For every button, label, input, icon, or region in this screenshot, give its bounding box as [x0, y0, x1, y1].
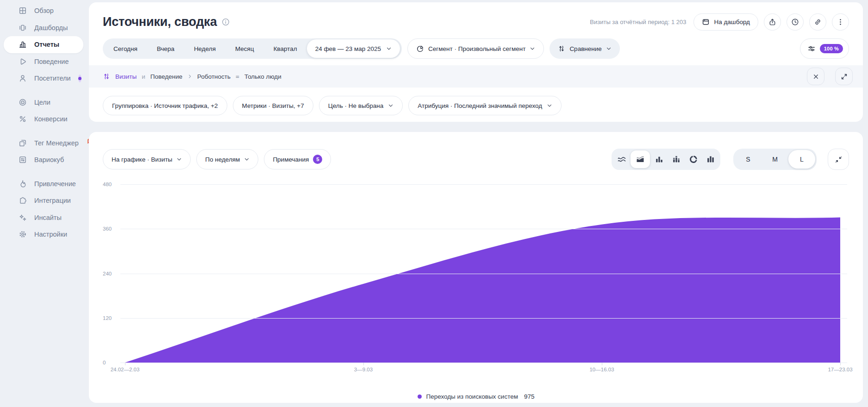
history-button[interactable] — [787, 13, 804, 31]
sidebar-item-label: Обзор — [34, 7, 54, 14]
size-m-button[interactable]: M — [762, 150, 788, 169]
sidebar-item-label: Интеграции — [34, 197, 71, 204]
sidebar-item-settings[interactable]: Настройки — [4, 226, 83, 243]
period-filter-row: Сегодня Вчера Неделя Месяц Квартал 24 фе… — [103, 38, 849, 59]
dashboard-widget-icon — [702, 18, 710, 26]
reports-icon — [19, 40, 27, 49]
chart-type-bars-button[interactable] — [651, 150, 667, 168]
sidebar-item-label: Привлечение — [34, 180, 76, 188]
tab-week[interactable]: Неделя — [184, 38, 225, 59]
granularity-selector[interactable]: По неделям — [196, 149, 258, 169]
puzzle-icon — [19, 196, 27, 205]
x-axis-tick — [363, 363, 364, 365]
sidebar-item-behavior[interactable]: Поведение — [4, 53, 83, 70]
chart-type-stacked-button[interactable] — [668, 150, 684, 168]
compare-button[interactable]: Сравнение — [550, 38, 619, 59]
x-axis-label: 17—23.03 — [828, 367, 852, 372]
to-dashboard-button[interactable]: На дашборд — [693, 13, 758, 31]
sidebar-item-label: Настройки — [34, 231, 67, 238]
chart-plot: 012024036048024.02—2.033—9.0310—16.0317—… — [103, 184, 847, 363]
goal-selector[interactable]: Цель · Не выбрана — [319, 96, 403, 115]
sidebar-item-conversions[interactable]: Конверсии — [4, 111, 83, 128]
sidebar-item-goals[interactable]: Цели — [4, 94, 83, 111]
dashboards-icon — [19, 24, 27, 32]
date-range-picker[interactable]: 24 фев — 23 мар 2025 — [307, 39, 400, 58]
sidebar-group-divider — [0, 169, 89, 175]
page-title: Источники, сводка — [103, 15, 217, 29]
sidebar-item-insights[interactable]: Инсайты — [4, 209, 83, 226]
gridline — [120, 318, 847, 319]
expand-segment-button[interactable] — [835, 68, 853, 85]
sidebar-item-visitors[interactable]: Посетители — [4, 70, 83, 87]
grouping-button[interactable]: Группировка · Источник трафика, +2 — [103, 96, 227, 115]
info-icon[interactable] — [222, 18, 230, 26]
sidebar-item-label: Инсайты — [34, 214, 62, 221]
period-tabs: Сегодня Вчера Неделя Месяц Квартал 24 фе… — [103, 38, 402, 59]
app-root: Обзор Дашборды Отчеты Поведение Посетите… — [0, 0, 868, 407]
sidebar-item-label: Тег Менеджер — [34, 139, 79, 147]
tag-manager-icon — [19, 139, 27, 147]
to-dashboard-label: На дашборд — [714, 19, 750, 25]
grouping-label: Группировка · Источник трафика, +2 — [112, 102, 218, 109]
copy-link-button[interactable] — [809, 13, 826, 31]
sidebar-item-variocube[interactable]: Вариокуб — [4, 151, 83, 169]
segment-label: Сегмент · Произвольный сегмент — [428, 45, 525, 52]
size-l-button[interactable]: L — [788, 150, 815, 169]
segment-chain-metric[interactable]: Визиты — [115, 73, 137, 80]
segment-chain-group[interactable]: Поведение — [150, 73, 182, 80]
tab-month[interactable]: Месяц — [225, 38, 264, 59]
clear-segment-button[interactable] — [807, 68, 824, 85]
y-axis-label: 360 — [103, 226, 112, 232]
notes-count-badge: 5 — [313, 155, 322, 164]
metrics-button[interactable]: Метрики · Визиты, +7 — [233, 96, 313, 115]
sidebar-item-label: Дашборды — [34, 24, 68, 31]
notes-button[interactable]: Примечания 5 — [264, 149, 331, 169]
metrics-label: Метрики · Визиты, +7 — [242, 102, 304, 109]
flame-icon — [19, 180, 27, 188]
segment-metric-icon — [103, 73, 110, 80]
sidebar-item-label: Поведение — [34, 58, 69, 65]
sidebar-item-integrations[interactable]: Интеграции — [4, 192, 83, 209]
legend-value: 975 — [524, 393, 535, 400]
chart-controls-row: На графике · Визиты По неделям Примечани… — [103, 149, 849, 170]
tab-quarter[interactable]: Квартал — [264, 38, 307, 59]
share-button[interactable] — [764, 13, 781, 31]
size-s-button[interactable]: S — [735, 150, 762, 169]
chart-legend[interactable]: Переходы из поисковых систем 975 — [89, 393, 863, 400]
sidebar-item-tag-manager[interactable]: Тег Менеджер β — [4, 135, 83, 152]
sidebar-item-dashboards[interactable]: Дашборды — [4, 19, 83, 37]
chart-type-pie-button[interactable] — [685, 150, 701, 168]
more-actions-button[interactable] — [832, 13, 849, 31]
sidebar-item-label: Конверсии — [34, 115, 68, 123]
chart-type-lines-button[interactable] — [613, 150, 630, 168]
report-settings-row: Группировка · Источник трафика, +2 Метри… — [103, 96, 849, 115]
sidebar-item-overview[interactable]: Обзор — [4, 2, 83, 19]
grid-icon — [19, 6, 27, 15]
chart-type-area-button[interactable] — [631, 150, 650, 168]
sidebar-item-reports[interactable]: Отчеты — [4, 36, 83, 53]
on-chart-metric-selector[interactable]: На графике · Визиты — [103, 149, 191, 169]
compare-label: Сравнение — [569, 45, 601, 52]
collapse-chart-button[interactable] — [828, 149, 849, 170]
report-header-card: Источники, сводка Визиты за отчётный пер… — [89, 2, 863, 122]
sidebar-item-acquisition[interactable]: Привлечение — [4, 175, 83, 193]
attribution-label: Атрибуция · Последний значимый переход — [418, 102, 542, 109]
segment-chain-attribute[interactable]: Роботность — [197, 73, 231, 80]
tab-yesterday[interactable]: Вчера — [147, 38, 184, 59]
tab-today[interactable]: Сегодня — [104, 38, 147, 59]
segment-chain-conjunction: и — [142, 73, 145, 80]
notes-label: Примечания — [273, 156, 309, 163]
attribution-selector[interactable]: Атрибуция · Последний значимый переход — [408, 96, 562, 115]
sparkles-icon — [19, 213, 27, 222]
chevron-down-icon — [547, 103, 552, 108]
compare-icon — [558, 45, 565, 52]
segment-selector[interactable]: Сегмент · Произвольный сегмент — [407, 38, 544, 59]
chart-card: На графике · Визиты По неделям Примечани… — [89, 132, 863, 403]
segment-chain-value[interactable]: Только люди — [244, 73, 281, 80]
chart-type-columns-button[interactable] — [702, 150, 718, 168]
sampling-settings-button[interactable]: 100 % — [800, 38, 849, 59]
sidebar-group-divider — [0, 128, 89, 135]
gridline — [120, 363, 847, 363]
chevron-down-icon — [176, 157, 182, 162]
x-axis-label: 10—16.03 — [589, 367, 614, 372]
